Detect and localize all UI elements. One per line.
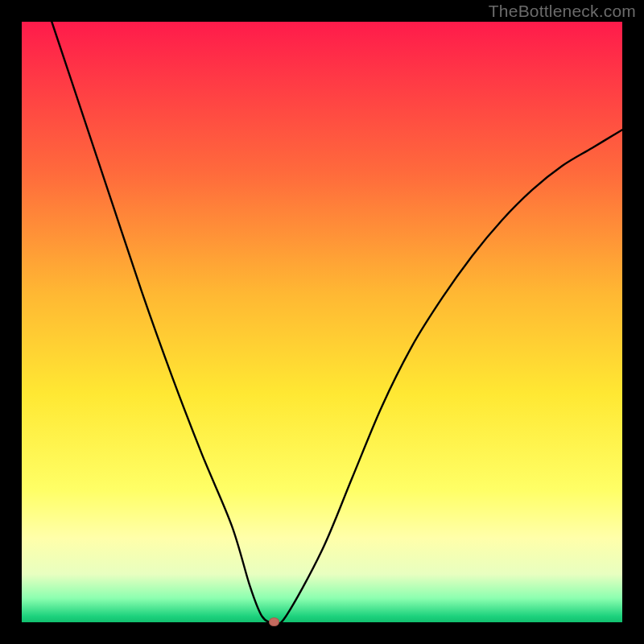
watermark-text: TheBottleneck.com: [489, 2, 636, 21]
optimum-marker: [269, 617, 279, 626]
bottleneck-curve: [22, 22, 622, 622]
plot-area: [22, 22, 622, 622]
